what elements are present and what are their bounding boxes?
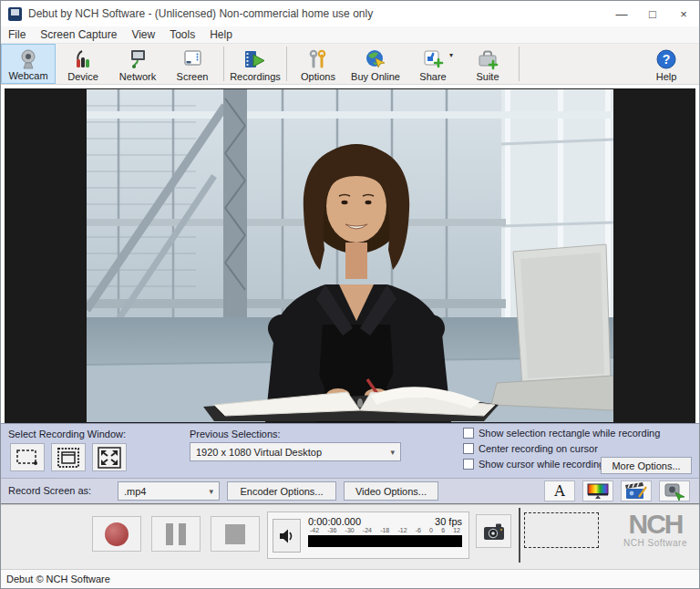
- overlay-position-preview[interactable]: [519, 508, 605, 563]
- chevron-down-icon: ▾: [390, 448, 395, 457]
- audio-level-meter: [308, 535, 462, 547]
- toolbar-webcam[interactable]: Webcam: [1, 44, 56, 84]
- previous-selections-label: Previous Selections:: [190, 429, 281, 439]
- toolbar-network[interactable]: Network: [110, 44, 165, 84]
- toolbar-webcam-label: Webcam: [8, 70, 47, 81]
- options-icon: [307, 47, 329, 71]
- select-fullscreen-button[interactable]: [92, 443, 127, 471]
- toolbar-suite[interactable]: Suite: [460, 44, 515, 84]
- stop-button[interactable]: [211, 516, 260, 552]
- checkbox-show-cursor[interactable]: Show cursor while recording: [463, 459, 604, 470]
- checkbox-label: Show selection rectangle while recording: [479, 428, 660, 439]
- checkbox-center-recording[interactable]: Center recording on cursor: [463, 443, 598, 454]
- pause-button[interactable]: [151, 516, 201, 552]
- record-button[interactable]: [92, 516, 141, 552]
- toolbar-suite-label: Suite: [476, 71, 499, 82]
- share-dropdown-caret[interactable]: ▾: [449, 51, 453, 59]
- toolbar-recordings[interactable]: Recordings: [228, 44, 283, 84]
- elapsed-time: 0:00:00.000: [308, 516, 361, 527]
- svg-text:?: ?: [663, 52, 671, 67]
- help-icon: ?: [655, 47, 677, 71]
- pause-icon: [166, 523, 186, 545]
- toolbar-recordings-label: Recordings: [230, 71, 281, 82]
- menu-view[interactable]: View: [124, 26, 162, 43]
- text-overlay-icon: A: [554, 484, 565, 499]
- app-icon: [8, 7, 22, 21]
- status-text: Debut © NCH Software: [6, 574, 110, 584]
- menu-tools[interactable]: Tools: [162, 26, 202, 43]
- text-overlay-button[interactable]: A: [544, 480, 575, 501]
- speaker-button[interactable]: [273, 519, 301, 553]
- menu-bar: File Screen Capture View Tools Help: [1, 26, 699, 43]
- color-settings-icon: [586, 482, 610, 501]
- video-options-button[interactable]: Video Options...: [344, 481, 438, 501]
- nch-logo: NCH NCH Software: [617, 511, 694, 548]
- overlay-rect[interactable]: [524, 512, 599, 548]
- toolbar-screen[interactable]: Screen: [165, 44, 220, 84]
- toolbar-help-label: Help: [656, 71, 677, 82]
- record-screen-as-label: Record Screen as:: [8, 485, 91, 496]
- format-value: .mp4: [124, 486, 146, 497]
- speaker-icon: [278, 528, 296, 544]
- video-effects-button[interactable]: [621, 480, 652, 501]
- video-frame: [87, 89, 613, 422]
- suite-icon: [477, 47, 499, 71]
- audio-meter-group: 0:00:00.000 30 fps -42-36-30-24-18-12-60…: [267, 512, 469, 559]
- checkbox-show-selection-rectangle[interactable]: Show selection rectangle while recording: [463, 428, 660, 439]
- previous-selections-value: 1920 x 1080 Virtual Desktop: [196, 447, 322, 458]
- webcam-overlay-icon: [663, 482, 686, 501]
- toolbar-options[interactable]: Options: [291, 44, 345, 84]
- meter-info: 0:00:00.000 30 fps -42-36-30-24-18-12-60…: [308, 516, 462, 547]
- webcam-overlay-button[interactable]: [659, 480, 690, 501]
- video-effects-icon: [624, 482, 648, 501]
- stop-icon: [225, 524, 245, 544]
- db-scale: -42-36-30-24-18-12-60612: [308, 527, 462, 535]
- share-icon: ▾: [422, 47, 444, 71]
- checkbox-box[interactable]: [463, 443, 474, 454]
- webcam-preview: [5, 88, 695, 423]
- fps-readout: 30 fps: [435, 516, 462, 527]
- close-button[interactable]: ×: [668, 1, 699, 26]
- record-as-panel: Record Screen as: .mp4 ▾ Encoder Options…: [1, 478, 699, 503]
- checkbox-box[interactable]: [463, 428, 474, 439]
- menu-help[interactable]: Help: [202, 26, 240, 43]
- app-window: Debut by NCH Software - (Unlicensed) Non…: [0, 0, 700, 589]
- previous-selections-select[interactable]: 1920 x 1080 Virtual Desktop ▾: [190, 442, 401, 461]
- maximize-button[interactable]: □: [637, 1, 668, 26]
- nch-logo-subtext: NCH Software: [617, 538, 694, 548]
- toolbar-separator: [286, 46, 287, 81]
- toolbar-buy-online[interactable]: Buy Online: [345, 44, 406, 84]
- webcam-icon: [17, 47, 39, 70]
- checkbox-label: Show cursor while recording: [479, 459, 604, 470]
- toolbar-device[interactable]: Device: [56, 44, 110, 84]
- toolbar-share[interactable]: ▾ Share: [406, 44, 460, 84]
- more-options-button[interactable]: More Options...: [601, 457, 692, 474]
- checkbox-box[interactable]: [463, 459, 474, 470]
- encoder-options-button[interactable]: Encoder Options...: [227, 481, 336, 501]
- select-recording-window-label: Select Recording Window:: [8, 429, 126, 439]
- transport-bar: 0:00:00.000 30 fps -42-36-30-24-18-12-60…: [1, 503, 699, 569]
- toolbar-share-label: Share: [419, 71, 446, 82]
- minimize-button[interactable]: —: [606, 1, 637, 26]
- toolbar-separator: [223, 46, 224, 81]
- color-settings-button[interactable]: [582, 480, 613, 501]
- main-toolbar: Webcam Device Network Screen Recordings: [1, 43, 699, 85]
- recordings-icon: [242, 47, 268, 71]
- fullscreen-icon: [97, 446, 122, 470]
- toolbar-buy-online-label: Buy Online: [351, 71, 400, 82]
- select-region-icon: [15, 446, 40, 470]
- title-bar: Debut by NCH Software - (Unlicensed) Non…: [1, 1, 699, 26]
- select-window-button[interactable]: [51, 443, 86, 471]
- menu-file[interactable]: File: [1, 26, 33, 43]
- screen-icon: [181, 47, 203, 71]
- select-region-button[interactable]: [10, 443, 45, 471]
- record-icon: [105, 522, 129, 546]
- format-select[interactable]: .mp4 ▾: [118, 481, 220, 501]
- toolbar-help[interactable]: ? Help: [639, 44, 694, 84]
- snapshot-button[interactable]: [476, 514, 511, 548]
- checkbox-label: Center recording on cursor: [479, 443, 598, 454]
- recording-window-panel: Select Recording Window: Previous Select…: [1, 423, 699, 478]
- buy-online-icon: [365, 47, 386, 71]
- toolbar-options-label: Options: [301, 71, 335, 82]
- menu-screen-capture[interactable]: Screen Capture: [33, 26, 124, 43]
